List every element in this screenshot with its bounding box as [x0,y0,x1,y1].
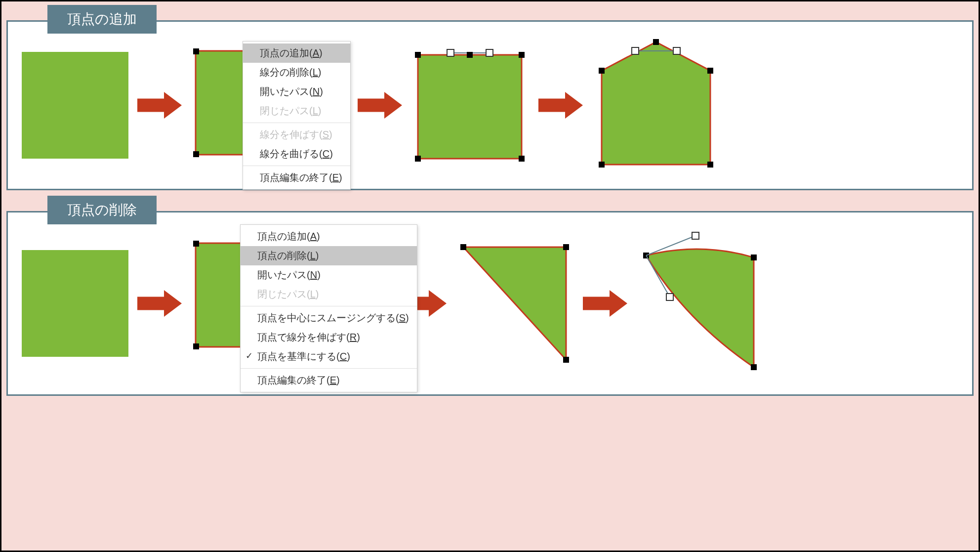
svg-rect-23 [653,39,659,45]
arrow-icon [538,91,583,119]
menu-item-delete-vertex[interactable]: 頂点の削除(L) [241,246,417,265]
svg-rect-8 [418,55,522,159]
stage-add-result [592,36,720,174]
svg-marker-18 [602,42,710,165]
svg-rect-31 [193,343,199,349]
svg-rect-16 [486,49,493,56]
menu-sep [243,166,350,166]
svg-rect-37 [563,357,569,363]
stage-del-result-triangle [455,239,574,368]
context-menu-delete[interactable]: 頂点の追加(A) 頂点の削除(L) 開いたパス(N) 閉じたパス(L) 頂点を中… [240,224,417,392]
svg-rect-26 [673,47,680,54]
menu-item-add-vertex[interactable]: 頂点の追加(A) [241,227,417,246]
arrow-icon [137,290,182,317]
stage-add-edit: 頂点の追加(A) 線分の削除(L) 開いたパス(N) 閉じたパス(L) 線分を伸… [191,36,349,174]
svg-rect-19 [599,68,605,74]
arrow-icon [137,91,182,119]
menu-item-close-path: 閉じたパス(L) [241,285,417,304]
menu-item-delete-segment[interactable]: 線分の削除(L) [243,63,350,82]
svg-marker-17 [538,92,583,119]
menu-item-extend-segment: 線分を伸ばす(S) [243,125,350,144]
svg-rect-25 [632,47,639,54]
menu-item-close-path: 閉じたパス(L) [243,101,350,121]
svg-rect-35 [460,244,466,250]
svg-rect-4 [193,151,199,157]
svg-rect-45 [666,294,673,300]
svg-rect-20 [707,68,713,74]
delete-row: 頂点の追加(A) 頂点の削除(L) 開いたパス(N) 閉じたパス(L) 頂点を中… [22,224,958,382]
section-title-delete: 頂点の削除 [47,196,157,224]
svg-marker-7 [358,92,402,119]
svg-marker-0 [137,92,182,119]
section-title-add: 頂点の追加 [47,5,157,34]
stage-del-edit: 頂点の追加(A) 頂点の削除(L) 開いたパス(N) 閉じたパス(L) 頂点を中… [191,224,393,382]
menu-item-exit-edit[interactable]: 頂点編集の終了(E) [241,371,417,390]
svg-rect-12 [519,156,525,162]
svg-rect-10 [519,52,525,58]
checkmark-icon: ✓ [245,350,253,361]
svg-marker-34 [463,247,566,360]
svg-rect-22 [707,162,713,168]
add-row: 頂点の追加(A) 線分の削除(L) 開いたパス(N) 閉じたパス(L) 線分を伸… [22,34,958,177]
shape-plain-square [22,52,128,159]
svg-marker-38 [583,290,627,317]
menu-item-extend-at-vertex[interactable]: 頂点で線分を伸ばす(R) [241,328,417,347]
arrow-icon [358,91,402,119]
svg-rect-40 [751,255,757,260]
context-menu-add[interactable]: 頂点の追加(A) 線分の削除(L) 開いたパス(N) 閉じたパス(L) 線分を伸… [243,41,351,190]
svg-rect-11 [415,156,421,162]
shape-plain-square [22,250,128,357]
menu-item-exit-edit[interactable]: 頂点編集の終了(E) [243,168,350,187]
arrow-icon [583,290,627,317]
svg-rect-2 [193,48,199,54]
stage-add-selected [411,46,530,165]
menu-item-corner[interactable]: ✓頂点を基準にする(C) [241,347,417,366]
svg-rect-21 [599,162,605,168]
menu-sep [241,368,417,369]
menu-item-bend-segment[interactable]: 線分を曲げる(C) [243,144,350,164]
section-add-vertex: 頂点の追加 頂点の追加(A) 線分の削除( [6,6,974,190]
svg-rect-36 [563,244,569,250]
svg-rect-15 [447,49,454,56]
menu-item-smooth[interactable]: 頂点を中心にスムージングする(S) [241,308,417,328]
svg-rect-29 [193,241,199,247]
svg-marker-27 [137,290,182,317]
menu-item-add-vertex[interactable]: 頂点の追加(A) [243,43,350,63]
menu-item-open-path[interactable]: 開いたパス(N) [241,265,417,285]
menu-item-open-path[interactable]: 開いたパス(N) [243,82,350,101]
menu-sep [243,123,350,123]
section-delete-vertex: 頂点の削除 頂点の追加(A) 頂点の削除(L) [6,197,974,396]
svg-rect-44 [692,232,699,239]
svg-rect-9 [415,52,421,58]
menu-sep [241,306,417,306]
svg-rect-41 [751,364,757,370]
stage-del-result-curve [636,232,765,375]
svg-rect-14 [467,52,473,58]
